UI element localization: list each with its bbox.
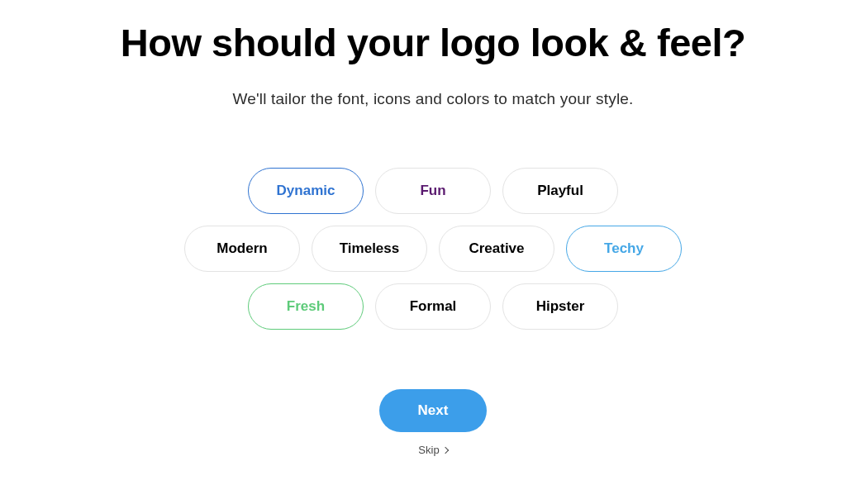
tag-label: Fresh bbox=[287, 298, 325, 315]
tag-label: Hipster bbox=[536, 298, 585, 315]
style-tag-grid: Dynamic Fun Playful Modern Timeless Crea… bbox=[184, 168, 682, 330]
style-tag-playful[interactable]: Playful bbox=[502, 168, 618, 214]
style-tag-formal[interactable]: Formal bbox=[375, 283, 491, 330]
page-heading: How should your logo look & feel? bbox=[121, 20, 745, 65]
style-tag-techy[interactable]: Techy bbox=[566, 226, 682, 272]
tag-row: Dynamic Fun Playful bbox=[248, 168, 618, 214]
style-tag-hipster[interactable]: Hipster bbox=[502, 283, 618, 330]
style-tag-creative[interactable]: Creative bbox=[439, 226, 554, 272]
tag-label: Fun bbox=[420, 183, 445, 199]
tag-label: Timeless bbox=[340, 240, 399, 257]
style-tag-fresh[interactable]: Fresh bbox=[248, 283, 364, 330]
actions: Next Skip bbox=[379, 389, 487, 456]
tag-label: Dynamic bbox=[277, 183, 335, 199]
tag-row: Modern Timeless Creative Techy bbox=[184, 226, 682, 272]
tag-label: Creative bbox=[469, 240, 524, 257]
chevron-right-icon bbox=[441, 446, 448, 453]
skip-label: Skip bbox=[418, 444, 439, 456]
tag-row: Fresh Formal Hipster bbox=[248, 283, 618, 330]
style-tag-timeless[interactable]: Timeless bbox=[312, 226, 427, 272]
style-tag-fun[interactable]: Fun bbox=[375, 168, 491, 214]
style-tag-dynamic[interactable]: Dynamic bbox=[248, 168, 364, 214]
skip-link[interactable]: Skip bbox=[418, 444, 447, 456]
tag-label: Playful bbox=[537, 183, 583, 199]
next-button[interactable]: Next bbox=[379, 389, 487, 432]
style-tag-modern[interactable]: Modern bbox=[184, 226, 300, 272]
page-subheading: We'll tailor the font, icons and colors … bbox=[232, 90, 633, 108]
tag-label: Modern bbox=[216, 240, 267, 257]
tag-label: Formal bbox=[410, 298, 457, 315]
tag-label: Techy bbox=[604, 240, 644, 257]
